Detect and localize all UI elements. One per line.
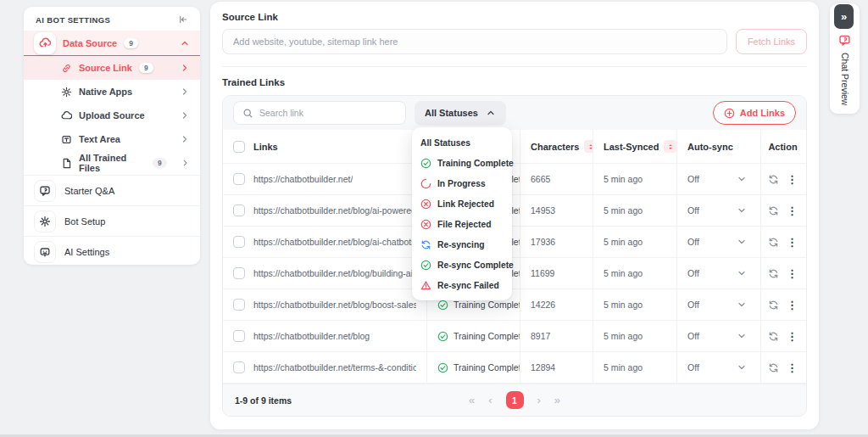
kebab-menu-icon[interactable]: ⋮ xyxy=(787,174,798,185)
refresh-icon[interactable] xyxy=(768,331,779,342)
sidebar-item-ai-settings[interactable]: AI Settings xyxy=(24,236,200,265)
chevron-up-icon xyxy=(486,108,496,118)
source-link-input[interactable] xyxy=(222,29,727,54)
expand-panel-button[interactable]: » xyxy=(834,4,854,29)
warning-triangle-icon xyxy=(420,280,431,291)
sidebar-item-label: Bot Setup xyxy=(64,216,105,227)
refresh-icon[interactable] xyxy=(768,205,779,216)
main-panel: Source Link Fetch Links Trained Links Al… xyxy=(210,2,819,429)
search-box xyxy=(233,101,406,125)
section-divider xyxy=(222,66,807,67)
row-checkbox[interactable] xyxy=(233,330,245,342)
kebab-menu-icon[interactable]: ⋮ xyxy=(787,300,798,311)
select-all-checkbox[interactable] xyxy=(233,141,245,153)
dropdown-item-in-progress[interactable]: In Progress xyxy=(412,173,512,193)
dropdown-item-all-statuses[interactable]: All Statuses xyxy=(412,132,512,153)
collapse-sidebar-icon[interactable] xyxy=(178,14,188,25)
dropdown-item-re-sync-failed[interactable]: Re-sync Failed xyxy=(412,275,512,295)
sidebar-item-starter-qa[interactable]: Starter Q&A xyxy=(24,175,200,205)
current-page-button[interactable]: 1 xyxy=(506,391,524,409)
sidebar-item-native-apps[interactable]: Native Apps xyxy=(24,80,200,104)
sidebar-item-source-link[interactable]: Source Link 9 xyxy=(24,56,200,80)
chevron-right-icon xyxy=(180,110,190,120)
chevron-down-icon[interactable] xyxy=(737,174,747,184)
sort-icon[interactable] xyxy=(584,140,593,153)
sort-icon[interactable] xyxy=(664,140,676,153)
prev-page-icon[interactable]: ‹ xyxy=(488,394,492,406)
check-circle-icon xyxy=(437,331,448,342)
sidebar-item-label: Starter Q&A xyxy=(64,186,114,196)
chat-question-icon xyxy=(34,180,56,202)
search-input[interactable] xyxy=(259,108,397,118)
fetch-links-button[interactable]: Fetch Links xyxy=(736,29,807,54)
table-header-row: Links Characters Last-Synced Auto-sync A… xyxy=(223,130,806,164)
add-links-button[interactable]: Add Links xyxy=(713,101,796,125)
row-checkbox[interactable] xyxy=(233,236,245,248)
characters-value: 14953 xyxy=(520,195,593,226)
row-checkbox[interactable] xyxy=(233,173,245,185)
row-checkbox[interactable] xyxy=(233,204,245,216)
table-row: https://chatbotbuilder.net/blog/building… xyxy=(223,258,806,289)
last-synced-value: 5 min ago xyxy=(593,195,676,226)
refresh-icon[interactable] xyxy=(768,268,779,279)
sidebar-item-upload-source[interactable]: Upload Source xyxy=(24,104,200,127)
refresh-icon[interactable] xyxy=(768,174,779,185)
chevron-down-icon[interactable] xyxy=(737,205,747,216)
chevron-right-icon xyxy=(181,158,190,168)
sidebar-item-text-area[interactable]: Text Area xyxy=(24,127,200,151)
last-page-icon[interactable]: » xyxy=(554,394,560,406)
text-area-icon xyxy=(61,134,72,145)
status-filter-label: All Statuses xyxy=(425,108,478,118)
chevron-down-icon[interactable] xyxy=(737,331,747,341)
trained-links-table: All Statuses Add Links Links Characters … xyxy=(222,95,807,417)
link-url: https://chatbotbuilder.net/blog/ai-chatb… xyxy=(253,237,416,247)
chevron-down-icon[interactable] xyxy=(737,300,747,310)
auto-sync-value: Off xyxy=(687,205,699,216)
sidebar-item-label: AI Settings xyxy=(64,247,109,257)
dropdown-item-re-sync-complete[interactable]: Re-sync Complete xyxy=(412,255,512,275)
refresh-icon[interactable] xyxy=(768,300,779,311)
pagination: « ‹ 1 › » xyxy=(223,391,806,409)
sidebar-item-label: All Trained Files xyxy=(79,153,146,173)
characters-value: 12894 xyxy=(520,352,593,383)
characters-value: 11699 xyxy=(520,258,593,289)
sidebar-item-data-source[interactable]: Data Source 9 xyxy=(24,31,200,56)
spinner-icon xyxy=(420,178,431,189)
first-page-icon[interactable]: « xyxy=(469,394,475,406)
refresh-icon[interactable] xyxy=(768,362,779,373)
dropdown-item-file-rejected[interactable]: File Rejected xyxy=(412,214,512,234)
dropdown-item-link-rejected[interactable]: Link Rejected xyxy=(412,193,512,214)
row-checkbox[interactable] xyxy=(233,299,245,311)
chevron-down-icon[interactable] xyxy=(737,362,747,373)
table-row: https://chatbotbuilder.net/ Training Com… xyxy=(223,164,806,195)
status-filter-button[interactable]: All Statuses xyxy=(415,101,506,126)
sidebar-item-label: Upload Source xyxy=(79,110,145,120)
status-filter-dropdown: All Statuses Training Complete In Progre… xyxy=(412,127,512,300)
table-toolbar: All Statuses Add Links xyxy=(223,96,806,130)
chevron-down-icon[interactable] xyxy=(737,237,747,247)
dropdown-item-training-complete[interactable]: Training Complete xyxy=(412,153,512,173)
row-checkbox[interactable] xyxy=(233,361,245,373)
sidebar-item-bot-setup[interactable]: Bot Setup xyxy=(24,205,200,236)
kebab-menu-icon[interactable]: ⋮ xyxy=(787,268,798,279)
next-page-icon[interactable]: › xyxy=(537,394,541,406)
characters-value: 8917 xyxy=(520,321,593,351)
status-text: Training Complete xyxy=(453,362,520,373)
auto-sync-value: Off xyxy=(687,362,699,373)
chevron-down-icon[interactable] xyxy=(737,268,747,278)
dropdown-item-re-syncing[interactable]: Re-syncing xyxy=(412,234,512,255)
kebab-menu-icon[interactable]: ⋮ xyxy=(787,205,798,216)
kebab-menu-icon[interactable]: ⋮ xyxy=(787,237,798,248)
kebab-menu-icon[interactable]: ⋮ xyxy=(787,362,798,373)
sidebar-item-label: Text Area xyxy=(79,134,120,144)
auto-sync-value: Off xyxy=(687,331,699,341)
trained-links-title: Trained Links xyxy=(222,77,807,87)
refresh-icon[interactable] xyxy=(768,237,779,248)
kebab-menu-icon[interactable]: ⋮ xyxy=(787,331,798,342)
sidebar-item-all-trained-files[interactable]: All Trained Files 9 xyxy=(24,151,200,175)
row-checkbox[interactable] xyxy=(233,267,245,279)
auto-sync-value: Off xyxy=(687,237,699,247)
gear-icon xyxy=(61,87,72,98)
status-text: Training Complete xyxy=(453,331,520,341)
chat-preview-label: Chat Preview xyxy=(840,53,850,105)
